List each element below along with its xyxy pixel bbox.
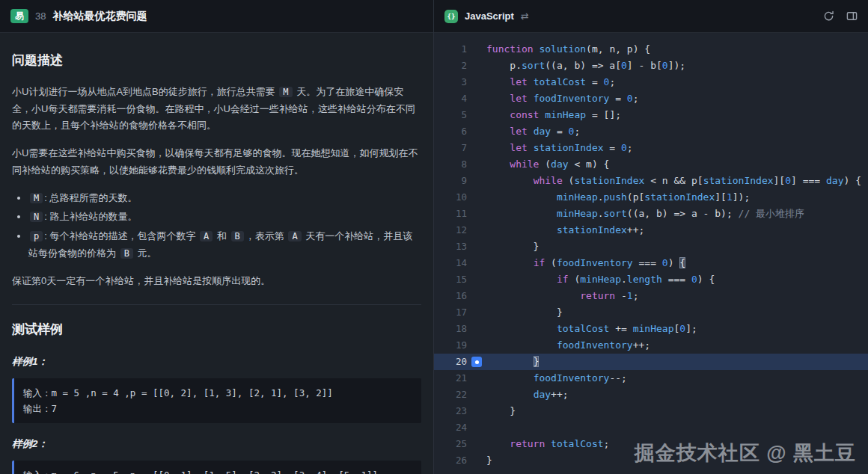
code-text: if (minHeap.length === 0) {	[486, 271, 715, 288]
gutter-slot	[467, 452, 486, 469]
description-paragraph-2: 小U需要在这些补给站中购买食物，以确保每天都有足够的食物。现在她想知道，如何规划…	[12, 145, 421, 179]
parameter-item-n: N: 路上补给站的数量。	[28, 209, 421, 226]
gutter-slot	[467, 255, 486, 271]
inline-code: B	[231, 231, 244, 241]
code-text: let stationIndex = 0;	[486, 140, 633, 156]
line-number[interactable]: 21	[434, 370, 467, 387]
code-line[interactable]: 10 minHeap.push(p[stationIndex][1]);	[434, 189, 868, 206]
inline-code: B	[120, 248, 133, 259]
line-number[interactable]: 5	[434, 107, 467, 123]
text-run: : 每个补给站的描述，包含两个数字	[44, 230, 198, 241]
line-number[interactable]: 20	[434, 354, 467, 370]
code-text: p.sort((a, b) => a[0] - b[0]);	[486, 58, 685, 74]
code-line[interactable]: 18 totalCost += minHeap[0];	[434, 321, 868, 337]
code-line[interactable]: 3 let totalCost = 0;	[434, 74, 868, 90]
code-text: }	[486, 354, 539, 370]
line-number[interactable]: 18	[434, 321, 467, 337]
line-number[interactable]: 22	[434, 387, 467, 403]
code-line[interactable]: 7 let stationIndex = 0;	[434, 140, 868, 156]
code-line[interactable]: 16 return -1;	[434, 288, 868, 304]
code-text: }	[486, 403, 516, 419]
line-number[interactable]: 25	[434, 436, 467, 452]
gutter-slot	[467, 436, 486, 452]
line-number[interactable]: 8	[434, 156, 467, 173]
line-number[interactable]: 6	[434, 123, 467, 140]
line-number[interactable]: 3	[434, 74, 467, 90]
line-number[interactable]: 12	[434, 222, 467, 238]
code-line[interactable]: 17 }	[434, 304, 868, 321]
gutter-slot	[467, 90, 486, 107]
line-number[interactable]: 10	[434, 189, 467, 206]
code-line[interactable]: 11 minHeap.sort((a, b) => a - b); // 最小堆…	[434, 206, 868, 222]
line-number[interactable]: 1	[434, 41, 467, 58]
code-line[interactable]: 4 let foodInventory = 0;	[434, 90, 868, 107]
code-line[interactable]: 14 if (foodInventory === 0) {	[434, 255, 868, 271]
gutter-slot	[467, 304, 486, 321]
line-number[interactable]: 15	[434, 271, 467, 288]
code-text: let day = 0;	[486, 123, 580, 140]
code-line[interactable]: 8 while (day < m) {	[434, 156, 868, 173]
editor-panel: {} JavaScript ⇄ 1function solution(m, n,…	[434, 0, 868, 474]
line-number[interactable]: 2	[434, 58, 467, 74]
code-line[interactable]: 20 }	[434, 354, 868, 370]
code-line[interactable]: 2 p.sort((a, b) => a[0] - b[0]);	[434, 58, 868, 74]
line-number[interactable]: 24	[434, 419, 467, 436]
line-number[interactable]: 4	[434, 90, 467, 107]
section-divider	[12, 304, 421, 305]
code-text: if (foodInventory === 0) {	[486, 255, 685, 271]
line-number[interactable]: 23	[434, 403, 467, 419]
language-switch-icon[interactable]: ⇄	[521, 10, 529, 22]
code-text: }	[486, 452, 492, 469]
code-line[interactable]: 26}	[434, 452, 868, 469]
code-text: }	[486, 238, 539, 255]
line-number[interactable]: 13	[434, 238, 467, 255]
inline-code: N	[30, 212, 43, 222]
description-paragraph-1: 小U计划进行一场从地点A到地点B的徒步旅行，旅行总共需要 M 天。为了在旅途中确…	[12, 84, 421, 135]
sample-1-input: 输入：m = 5 ,n = 4 ,p = [[0, 2], [1, 3], [2…	[23, 385, 412, 401]
code-line[interactable]: 24	[434, 419, 868, 436]
text-run: : 路上补给站的数量。	[44, 211, 137, 222]
code-line[interactable]: 21 foodInventory--;	[434, 370, 868, 387]
line-number[interactable]: 17	[434, 304, 467, 321]
code-editor[interactable]: 1function solution(m, n, p) {2 p.sort((a…	[434, 33, 868, 474]
code-line[interactable]: 5 const minHeap = [];	[434, 107, 868, 123]
parameter-item-p: p: 每个补给站的描述，包含两个数字 A 和 B，表示第 A 天有一个补给站，并…	[28, 228, 421, 262]
line-number[interactable]: 14	[434, 255, 467, 271]
code-text: return totalCost;	[486, 436, 609, 452]
gutter-slot	[467, 41, 486, 58]
code-line[interactable]: 13 }	[434, 238, 868, 255]
sample-1-label: 样例1：	[12, 353, 421, 371]
code-text: minHeap.sort((a, b) => a - b); // 最小堆排序	[486, 206, 804, 222]
language-selector[interactable]: JavaScript	[465, 10, 514, 22]
code-line[interactable]: 12 stationIndex++;	[434, 222, 868, 238]
javascript-icon: {}	[444, 10, 458, 23]
line-number[interactable]: 9	[434, 173, 467, 189]
layout-split-icon[interactable]	[846, 10, 858, 22]
guarantee-note: 保证第0天一定有一个补给站，并且补给站是按顺序出现的。	[12, 273, 421, 290]
line-number[interactable]: 11	[434, 206, 467, 222]
gutter-slot	[467, 206, 486, 222]
code-line[interactable]: 9 while (stationIndex < n && p[stationIn…	[434, 173, 868, 189]
hint-bulb-icon[interactable]	[471, 357, 482, 367]
line-number[interactable]: 26	[434, 452, 467, 469]
gutter-slot	[467, 288, 486, 304]
code-line[interactable]: 22 day++;	[434, 387, 868, 403]
code-text: let foodInventory = 0;	[486, 90, 639, 107]
code-text: foodInventory++;	[486, 337, 650, 354]
code-text: const minHeap = [];	[486, 107, 621, 123]
code-line[interactable]: 19 foodInventory++;	[434, 337, 868, 354]
code-text: }	[486, 304, 563, 321]
code-line[interactable]: 15 if (minHeap.length === 0) {	[434, 271, 868, 288]
refresh-icon[interactable]	[823, 10, 834, 22]
code-line[interactable]: 25 return totalCost;	[434, 436, 868, 452]
code-line[interactable]: 6 let day = 0;	[434, 123, 868, 140]
code-text: return -1;	[486, 288, 639, 304]
samples-heading: 测试样例	[12, 318, 421, 341]
line-number[interactable]: 7	[434, 140, 467, 156]
code-line[interactable]: 1function solution(m, n, p) {	[434, 41, 868, 58]
sample-2-label: 样例2：	[12, 435, 421, 453]
line-number[interactable]: 19	[434, 337, 467, 354]
line-number[interactable]: 16	[434, 288, 467, 304]
text-run: 小U需要在这些补给站中购买食物，以确保每天都有足够的食物。现在她想知道，如何规划…	[12, 147, 418, 176]
code-line[interactable]: 23 }	[434, 403, 868, 419]
